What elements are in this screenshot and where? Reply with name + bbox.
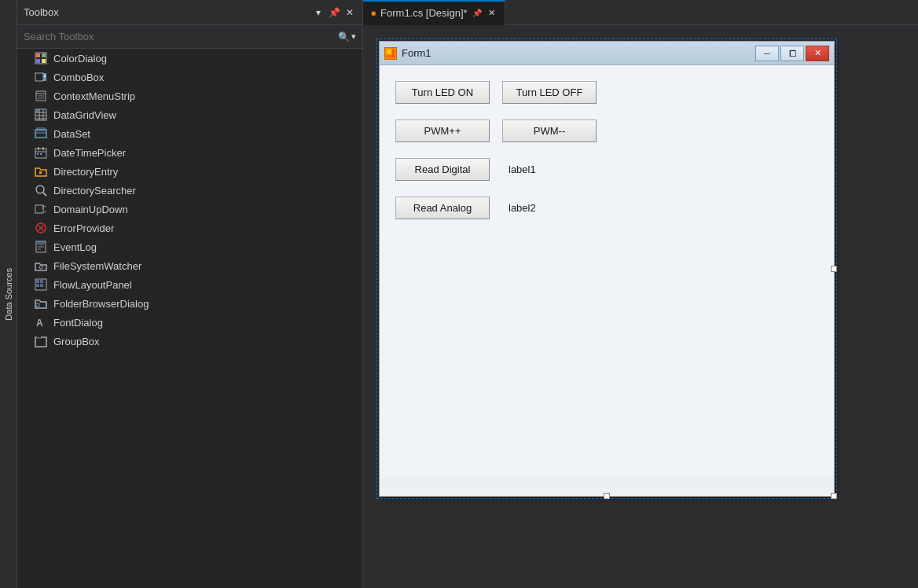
tab-close-button[interactable]: ✕ [487, 7, 497, 19]
toolbox-header-icons: ▾ 📌 ✕ [312, 6, 356, 19]
svg-rect-32 [35, 205, 43, 213]
tab-bar: ■ Form1.cs [Design]* 📌 ✕ [363, 0, 918, 25]
corner-resize-handle[interactable] [831, 493, 837, 499]
form-titlebar: Form1 ─ ⧠ ✕ [380, 42, 834, 65]
event-log-label: EventLog [53, 241, 97, 253]
pwm-plus-button[interactable]: PWM++ [395, 119, 490, 142]
svg-marker-34 [44, 206, 46, 208]
svg-line-31 [43, 193, 46, 196]
toolbox-item-font-dialog[interactable]: A FontDialog [17, 313, 362, 332]
datetime-picker-label: DateTimePicker [53, 147, 126, 159]
filesystem-watcher-icon [33, 258, 49, 274]
font-dialog-icon: A [33, 314, 49, 330]
form1-design-tab[interactable]: ■ Form1.cs [Design]* 📌 ✕ [363, 0, 505, 25]
font-dialog-label: FontDialog [53, 317, 103, 329]
svg-rect-19 [35, 109, 39, 112]
data-grid-view-label: DataGridView [53, 109, 116, 121]
form-title-left: Form1 [384, 47, 431, 60]
svg-rect-56 [387, 53, 391, 57]
form-minimize-button[interactable]: ─ [755, 46, 779, 61]
directory-searcher-icon [33, 182, 49, 198]
dataset-icon [33, 126, 49, 141]
pwm-minus-button[interactable]: PWM-- [502, 119, 597, 142]
color-dialog-icon [33, 50, 49, 66]
form-app-icon [384, 47, 397, 60]
svg-rect-57 [391, 49, 395, 57]
form-body: Turn LED ON Turn LED OFF PWM++ PWM-- Rea… [380, 65, 834, 474]
context-menu-strip-label: ContextMenuStrip [53, 90, 135, 102]
filesystem-watcher-label: FileSystemWatcher [53, 260, 141, 272]
directory-entry-icon [33, 164, 49, 179]
svg-point-44 [39, 266, 42, 269]
context-menu-strip-icon [33, 88, 49, 104]
bottom-resize-handle[interactable] [604, 493, 610, 499]
toolbox-close-icon[interactable]: ✕ [343, 6, 356, 19]
group-box-icon: abc [33, 333, 49, 349]
svg-rect-2 [42, 53, 46, 57]
label2: label2 [502, 199, 597, 217]
svg-marker-35 [44, 211, 46, 212]
toolbox-item-event-log[interactable]: EventLog [17, 237, 362, 256]
search-box-container: 🔍 ▾ [17, 25, 362, 49]
toolbox-item-directory-entry[interactable]: DirectoryEntry [17, 162, 362, 181]
datetime-picker-icon [33, 145, 49, 160]
toolbox-item-datetime-picker[interactable]: DateTimePicker [17, 143, 362, 162]
toolbox-list: ColorDialog ComboBox [17, 49, 362, 588]
search-input[interactable] [24, 31, 335, 42]
turn-led-off-button[interactable]: Turn LED OFF [502, 81, 597, 104]
svg-rect-55 [387, 49, 391, 53]
toolbox-item-directory-searcher[interactable]: DirectorySearcher [17, 181, 362, 200]
main-area: ■ Form1.cs [Design]* 📌 ✕ [363, 0, 918, 588]
toolbox-item-flow-layout-panel[interactable]: FlowLayoutPanel [17, 275, 362, 294]
toolbox-item-data-grid-view[interactable]: DataGridView [17, 105, 362, 124]
form-restore-button[interactable]: ⧠ [780, 46, 804, 61]
search-icon[interactable]: 🔍 [338, 31, 350, 42]
form-title-text: Form1 [402, 47, 431, 59]
toolbox-item-folder-browser-dialog[interactable]: FolderBrowserDialog [17, 294, 362, 313]
combo-box-icon [33, 69, 49, 85]
data-sources-tab[interactable]: Data Sources [0, 0, 17, 588]
form-close-button[interactable]: ✕ [806, 46, 829, 61]
svg-rect-48 [36, 284, 39, 287]
label1: label1 [502, 160, 597, 178]
form1-window: Form1 ─ ⧠ ✕ Turn LED [379, 41, 835, 497]
event-log-icon [33, 239, 49, 255]
directory-entry-label: DirectoryEntry [53, 166, 118, 178]
svg-rect-49 [40, 284, 43, 287]
error-provider-icon [33, 220, 49, 236]
svg-text:A: A [36, 318, 43, 329]
search-dropdown-icon[interactable]: ▾ [351, 31, 356, 42]
folder-browser-dialog-icon [33, 296, 49, 311]
domain-up-down-label: DomainUpDown [53, 204, 128, 215]
toolbox-pin-icon[interactable]: 📌 [328, 6, 340, 19]
svg-text:abc: abc [37, 336, 42, 340]
svg-point-30 [36, 186, 44, 193]
combo-box-label: ComboBox [53, 72, 104, 83]
svg-rect-27 [37, 153, 39, 155]
toolbox-item-context-menu-strip[interactable]: ContextMenuStrip [17, 86, 362, 105]
toolbox-item-color-dialog[interactable]: ColorDialog [17, 49, 362, 68]
read-analog-button[interactable]: Read Analog [395, 197, 490, 219]
color-dialog-label: ColorDialog [53, 53, 107, 64]
toolbox-dropdown-icon[interactable]: ▾ [312, 6, 325, 19]
tab-pin-icon[interactable]: 📌 [472, 9, 482, 17]
design-canvas[interactable]: Form1 ─ ⧠ ✕ Turn LED [363, 25, 918, 588]
toolbox-item-group-box[interactable]: abc GroupBox [17, 332, 362, 351]
toolbox-item-filesystem-watcher[interactable]: FileSystemWatcher [17, 256, 362, 275]
flow-layout-panel-label: FlowLayoutPanel [53, 279, 132, 291]
toolbox-item-dataset[interactable]: DataSet [17, 124, 362, 143]
toolbox-item-error-provider[interactable]: ErrorProvider [17, 219, 362, 237]
directory-searcher-label: DirectorySearcher [53, 185, 136, 197]
svg-rect-1 [36, 53, 40, 57]
toolbox-item-combo-box[interactable]: ComboBox [17, 68, 362, 86]
read-digital-button[interactable]: Read Digital [395, 158, 490, 181]
turn-led-on-button[interactable]: Turn LED ON [395, 81, 490, 104]
dataset-label: DataSet [53, 128, 90, 140]
svg-rect-47 [40, 280, 43, 283]
toolbox-panel: Toolbox ▾ 📌 ✕ 🔍 ▾ ColorDialog [17, 0, 363, 588]
form-window-controls: ─ ⧠ ✕ [755, 46, 829, 61]
right-resize-handle[interactable] [831, 266, 837, 272]
toolbox-title: Toolbox [24, 6, 59, 18]
data-sources-label: Data Sources [4, 268, 13, 321]
toolbox-item-domain-up-down[interactable]: DomainUpDown [17, 200, 362, 219]
